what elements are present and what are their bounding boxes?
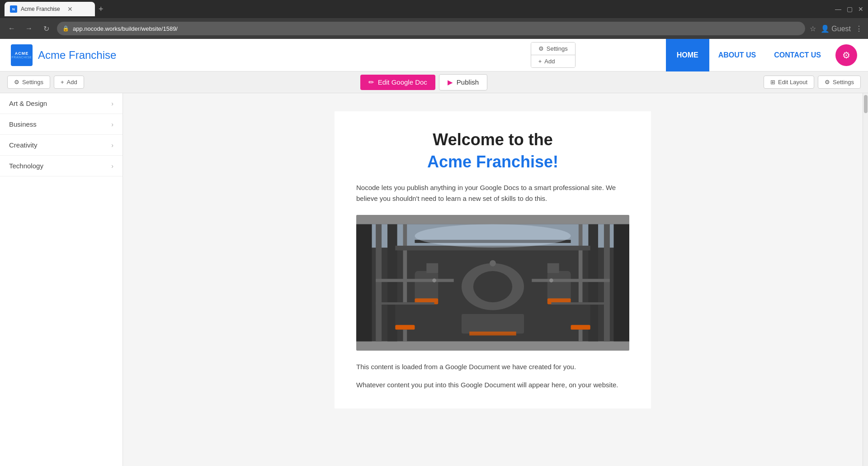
sidebar-item-business[interactable]: Business › (0, 114, 123, 135)
forward-button[interactable]: → (23, 22, 35, 35)
svg-point-11 (473, 271, 512, 302)
svg-rect-22 (376, 279, 454, 282)
app-logo: ACME FRANCHISE (11, 44, 33, 66)
svg-rect-19 (395, 325, 415, 329)
content-footer-text1: This content is loaded from a Google Doc… (356, 361, 629, 372)
logo-acme-text: ACME (15, 51, 29, 56)
svg-rect-23 (532, 279, 610, 282)
browser-nav-bar: ← → ↻ 🔒 app.nocode.works/builder/website… (0, 18, 868, 39)
publish-label: Publish (457, 78, 479, 86)
settings-gear-icon: ⚙ (14, 79, 19, 86)
toolbar-settings-button[interactable]: ⚙ Settings (7, 76, 50, 89)
sidebar-item-creativity[interactable]: Creativity › (0, 135, 123, 156)
refresh-button[interactable]: ↻ (40, 22, 52, 35)
play-icon: ▶ (448, 78, 453, 86)
svg-rect-15 (547, 271, 571, 302)
app-header: ACME FRANCHISE Acme Franchise ⚙ Settings… (0, 39, 868, 71)
logo-sub-text: FRANCHISE (12, 56, 32, 59)
toolbar-settings-right-label: Settings (833, 79, 854, 86)
address-text: app.nocode.works/builder/website/1589/ (73, 25, 178, 32)
toolbar-center: ✏ Edit Google Doc ▶ Publish (88, 74, 760, 90)
sidebar-item-label: Technology (9, 162, 43, 170)
nav-settings-button[interactable]: ⚙ (835, 44, 857, 66)
chevron-right-icon: › (111, 142, 113, 149)
sidebar-item-art-design[interactable]: Art & Design › (0, 93, 123, 114)
scrollbar-track[interactable] (863, 93, 868, 466)
sidebar-item-technology[interactable]: Technology › (0, 156, 123, 176)
publish-button[interactable]: ▶ Publish (439, 74, 487, 90)
close-icon[interactable]: ✕ (858, 5, 863, 13)
contact-us-nav-link[interactable]: CONTACT US (765, 39, 830, 71)
toolbar-settings-label: Settings (22, 79, 43, 86)
edit-google-doc-label: Edit Google Doc (378, 78, 427, 86)
content-title-line2: Acme Franchise! (356, 152, 629, 171)
svg-rect-32 (469, 332, 516, 336)
browser-window-controls: — ▢ ✕ (835, 5, 863, 13)
settings-gear-icon: ⚙ (538, 45, 544, 52)
settings-label: Settings (547, 45, 568, 52)
toolbar-left: ⚙ Settings + Add (7, 76, 84, 89)
svg-point-29 (549, 278, 553, 282)
tab-bar: N Acme Franchise ✕ + (5, 2, 831, 16)
about-us-nav-link[interactable]: ABOUT US (709, 39, 765, 71)
content-title-line1: Welcome to the (356, 129, 629, 151)
tab-favicon: N (10, 5, 17, 13)
brand-name: Acme Franchise (38, 49, 116, 62)
svg-rect-24 (376, 302, 434, 304)
svg-point-33 (415, 224, 571, 247)
header-settings-add-box: ⚙ Settings + Add (531, 42, 576, 68)
scrollbar-thumb[interactable] (864, 95, 868, 113)
address-bar[interactable]: 🔒 app.nocode.works/builder/website/1589/ (57, 22, 805, 35)
grid-icon: ⊞ (770, 79, 775, 86)
svg-rect-2 (356, 224, 372, 341)
header-add-button[interactable]: + Add (531, 55, 575, 67)
header-left: ACME FRANCHISE Acme Franchise (11, 44, 531, 66)
svg-rect-31 (462, 314, 524, 333)
edit-google-doc-button[interactable]: ✏ Edit Google Doc (360, 75, 435, 90)
chevron-right-icon: › (111, 121, 113, 128)
toolbar-add-label: Add (67, 79, 77, 86)
svg-rect-6 (613, 224, 629, 341)
toolbar-settings-right-button[interactable]: ⚙ Settings (818, 76, 861, 89)
svg-point-30 (490, 260, 496, 266)
sidebar-item-label: Business (9, 120, 37, 128)
minimize-icon[interactable]: — (835, 5, 841, 13)
sidebar: Art & Design › Business › Creativity › T… (0, 93, 123, 466)
svg-rect-25 (551, 302, 609, 304)
content-area: Welcome to the Acme Franchise! Nocode le… (123, 93, 863, 466)
home-nav-button[interactable]: HOME (666, 39, 709, 71)
edit-layout-label: Edit Layout (778, 79, 807, 86)
sidebar-item-label: Art & Design (9, 100, 47, 107)
chevron-right-icon: › (111, 162, 113, 170)
toolbar-right: ⊞ Edit Layout ⚙ Settings (764, 76, 861, 89)
edit-layout-button[interactable]: ⊞ Edit Layout (764, 76, 814, 89)
browser-chrome: N Acme Franchise ✕ + — ▢ ✕ (0, 0, 868, 18)
bookmarks-icon[interactable]: ☆ (810, 24, 816, 33)
sidebar-item-label: Creativity (9, 141, 38, 149)
svg-rect-21 (571, 325, 590, 329)
back-button[interactable]: ← (5, 22, 18, 35)
active-tab[interactable]: N Acme Franchise ✕ (5, 2, 95, 16)
content-footer-text2: Whatever content you put into this Googl… (356, 380, 629, 390)
tab-close-button[interactable]: ✕ (67, 5, 73, 13)
svg-point-28 (432, 278, 436, 282)
content-image (356, 215, 629, 351)
plus-icon: + (61, 79, 64, 86)
main-layout: Art & Design › Business › Creativity › T… (0, 93, 868, 466)
content-inner: Welcome to the Acme Franchise! Nocode le… (335, 111, 651, 409)
pencil-icon: ✏ (368, 78, 374, 86)
settings-icon: ⚙ (842, 50, 850, 61)
svg-rect-12 (415, 271, 438, 302)
toolbar-add-button[interactable]: + Add (54, 76, 84, 89)
plus-icon: + (538, 58, 542, 65)
lock-icon: 🔒 (62, 25, 69, 32)
profile-button[interactable]: 👤 Guest (821, 24, 851, 33)
tab-title: Acme Franchise (21, 6, 60, 12)
new-tab-button[interactable]: + (97, 3, 105, 16)
menu-icon[interactable]: ⋮ (855, 24, 863, 33)
add-label: Add (544, 58, 555, 65)
svg-rect-17 (547, 263, 559, 273)
svg-rect-14 (426, 263, 438, 273)
header-settings-button[interactable]: ⚙ Settings (531, 43, 575, 55)
maximize-icon[interactable]: ▢ (847, 5, 853, 13)
